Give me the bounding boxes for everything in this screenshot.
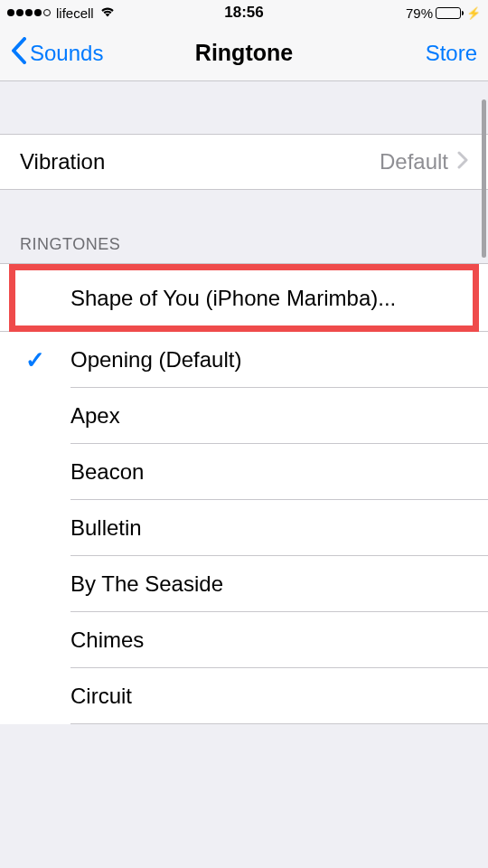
ringtone-label: Shape of You (iPhone Marimba)... <box>70 286 468 311</box>
ringtone-item-by-the-seaside[interactable]: By The Seaside <box>0 556 488 612</box>
ringtones-section-header: RINGTONES <box>0 228 488 263</box>
page-title: Ringtone <box>195 40 293 66</box>
back-label: Sounds <box>30 41 103 66</box>
section-spacer <box>0 81 488 134</box>
check-column: ✓ <box>0 346 70 374</box>
ringtone-label: Apex <box>70 403 468 429</box>
chevron-right-icon <box>457 149 468 175</box>
ringtone-item-apex[interactable]: Apex <box>0 388 488 444</box>
ringtone-label: Bulletin <box>70 515 468 541</box>
battery-percentage: 79% <box>406 5 433 21</box>
ringtone-label: Opening (Default) <box>70 347 468 373</box>
ringtone-item-bulletin[interactable]: Bulletin <box>0 500 488 556</box>
checkmark-icon: ✓ <box>25 346 45 374</box>
section-spacer <box>0 190 488 228</box>
wifi-icon <box>99 5 116 20</box>
vibration-label: Vibration <box>20 149 380 175</box>
ringtone-label: Beacon <box>70 459 468 485</box>
scrollbar[interactable] <box>482 99 486 258</box>
carrier-label: lifecell <box>56 5 94 21</box>
store-button[interactable]: Store <box>426 41 477 66</box>
ringtone-label: Chimes <box>70 627 468 653</box>
ringtone-item-circuit[interactable]: Circuit <box>0 668 488 724</box>
ringtone-item-beacon[interactable]: Beacon <box>0 444 488 500</box>
ringtones-list: Shape of You (iPhone Marimba)... ✓ Openi… <box>0 263 488 724</box>
status-time: 18:56 <box>224 4 263 22</box>
ringtone-label: Circuit <box>70 684 468 709</box>
ringtone-label: By The Seaside <box>70 571 468 597</box>
status-bar: lifecell 18:56 79% ⚡ <box>0 0 488 25</box>
ringtone-item-custom[interactable]: Shape of You (iPhone Marimba)... <box>0 264 488 332</box>
chevron-left-icon <box>11 37 26 69</box>
back-button[interactable]: Sounds <box>11 37 103 69</box>
navigation-bar: Sounds Ringtone Store <box>0 25 488 81</box>
battery-icon <box>436 7 464 19</box>
signal-strength-icon <box>7 9 51 16</box>
ringtone-item-opening[interactable]: ✓ Opening (Default) <box>0 332 488 388</box>
charging-icon: ⚡ <box>466 6 481 20</box>
vibration-cell[interactable]: Vibration Default <box>0 134 488 190</box>
vibration-value: Default <box>380 149 448 175</box>
ringtone-item-chimes[interactable]: Chimes <box>0 612 488 668</box>
status-right: 79% ⚡ <box>406 5 481 21</box>
status-left: lifecell <box>7 5 116 21</box>
